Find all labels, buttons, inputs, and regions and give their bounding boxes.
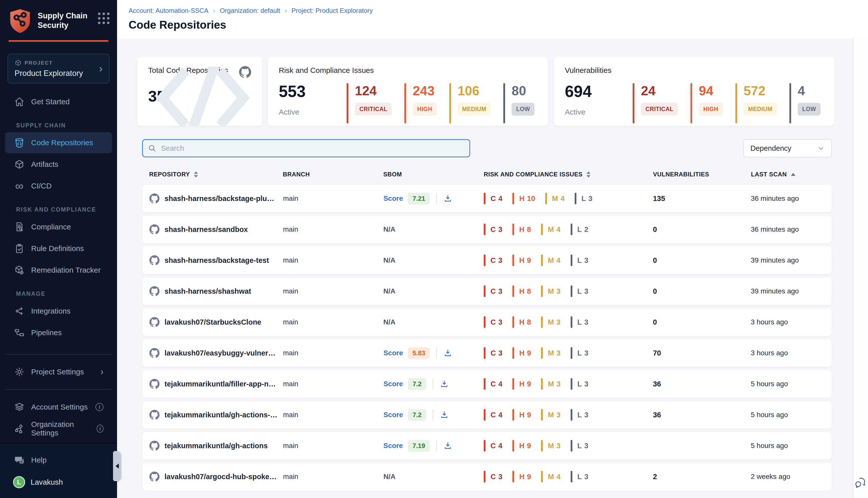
repo-link[interactable]: shash-harness/sandbox bbox=[149, 224, 283, 234]
severity-medium: 106MEDIUM bbox=[449, 83, 491, 123]
search-input[interactable] bbox=[161, 144, 464, 153]
download-sbom-icon[interactable] bbox=[440, 410, 449, 419]
gear-icon bbox=[14, 367, 25, 377]
breadcrumb-account-link[interactable]: Account: Automation-SSCA bbox=[129, 7, 209, 15]
repositories-table: REPOSITORY BRANCH SBOM RISK AND COMPLIAN… bbox=[142, 171, 832, 491]
sbom-score-link[interactable]: Score bbox=[384, 380, 403, 388]
risk-issues-cell: C3H8M4L2 bbox=[484, 224, 653, 235]
table-row[interactable]: lavakush07/argocd-hub-spoke-demomainN/AC… bbox=[142, 462, 832, 491]
table-row[interactable]: lavakush07/StarbucksClonemainN/AC3H8M3L3… bbox=[142, 308, 832, 336]
issue-count-high: H9 bbox=[512, 440, 531, 451]
table-row[interactable]: lavakush07/easybuggy-vulnerable-app...ma… bbox=[142, 339, 832, 367]
table-row[interactable]: shash-harness/shashwatmainN/AC3H8M3L3039… bbox=[142, 277, 832, 305]
repo-link[interactable]: lavakush07/easybuggy-vulnerable-app... bbox=[149, 348, 283, 358]
sidebar-item-get-started[interactable]: Get Started bbox=[5, 91, 112, 112]
table-row[interactable]: tejakummarikuntla/filler-app-nodemainSco… bbox=[142, 370, 832, 398]
sidebar-item-integrations[interactable]: Integrations bbox=[5, 301, 112, 322]
sidebar-item-compliance[interactable]: Compliance bbox=[5, 217, 112, 237]
pipelines-icon bbox=[14, 327, 25, 338]
table-row[interactable]: shash-harness/backstage-pluginsmainScore… bbox=[142, 184, 832, 212]
severity-critical: 124CRITICAL bbox=[347, 83, 392, 123]
user-name: Lavakush bbox=[31, 478, 63, 486]
severity-badge: MEDIUM bbox=[458, 103, 491, 116]
issue-count-critical: C4 bbox=[484, 409, 502, 421]
severity-bar bbox=[404, 83, 406, 123]
severity-badge: HIGH bbox=[413, 103, 437, 116]
repo-link[interactable]: shash-harness/backstage-plugins bbox=[149, 194, 283, 204]
sbom-score-link[interactable]: Score bbox=[384, 349, 403, 357]
github-icon bbox=[149, 472, 160, 482]
branch-cell: main bbox=[283, 225, 384, 233]
sidebar-item-organization-settings[interactable]: Organization Settings i bbox=[5, 418, 112, 439]
table-row[interactable]: shash-harness/backstage-testmainN/AC3H9M… bbox=[142, 246, 832, 274]
repo-link[interactable]: shash-harness/shashwat bbox=[149, 286, 283, 296]
severity-low: 4LOW bbox=[789, 83, 820, 123]
search-box bbox=[142, 139, 470, 157]
repo-link[interactable]: shash-harness/backstage-test bbox=[149, 255, 283, 265]
breadcrumb-project-link[interactable]: Project: Product Exploratory bbox=[292, 7, 373, 15]
support-chat-icon[interactable] bbox=[854, 476, 867, 488]
column-header-last-scan[interactable]: LAST SCAN bbox=[751, 171, 832, 178]
section-risk-and-compliance: RISK AND COMPLIANCE bbox=[16, 206, 117, 213]
sidebar-bottom: ? Help L Lavakush bbox=[0, 443, 117, 498]
user-menu[interactable]: L Lavakush bbox=[5, 473, 112, 491]
sbom-score-link[interactable]: Score bbox=[383, 442, 403, 450]
info-icon[interactable]: i bbox=[97, 424, 104, 433]
download-sbom-icon[interactable] bbox=[443, 194, 452, 203]
severity-value: 24 bbox=[641, 84, 678, 97]
module-grid-icon[interactable] bbox=[98, 13, 109, 24]
divider bbox=[436, 193, 437, 204]
sidebar-item-cicd[interactable]: ∞ CI/CD bbox=[5, 175, 112, 196]
repo-name: tejakummarikuntla/filler-app-node bbox=[164, 380, 278, 388]
issue-count-low: L2 bbox=[571, 224, 588, 235]
table-row[interactable]: tejakummarikuntla/gh-actionsmainScore7.1… bbox=[142, 432, 832, 460]
sidebar-collapse-handle[interactable] bbox=[113, 451, 121, 481]
vulnerabilities-cell: 135 bbox=[653, 195, 751, 203]
info-icon[interactable]: i bbox=[95, 403, 104, 411]
sbom-score-link[interactable]: Score bbox=[384, 411, 403, 419]
column-header-risk-issues[interactable]: RISK AND COMPLIANCE ISSUES bbox=[484, 171, 653, 178]
table-row[interactable]: tejakummarikuntla/gh-actions-artifactsma… bbox=[142, 401, 832, 429]
breadcrumb-separator: › bbox=[213, 6, 215, 15]
sidebar-item-account-settings[interactable]: Account Settings i bbox=[5, 396, 112, 418]
sidebar-item-rule-definitions[interactable]: Rule Definitions bbox=[5, 238, 112, 259]
repo-link[interactable]: lavakush07/argocd-hub-spoke-demo bbox=[149, 472, 283, 482]
sidebar-item-help[interactable]: ? Help bbox=[5, 450, 112, 470]
download-sbom-icon[interactable] bbox=[443, 441, 452, 450]
download-sbom-icon[interactable] bbox=[440, 379, 449, 389]
table-row[interactable]: shash-harness/sandboxmainN/AC3H8M4L2036 … bbox=[142, 215, 832, 244]
home-icon bbox=[14, 96, 25, 107]
breadcrumb-organization-link[interactable]: Organization: default bbox=[220, 7, 280, 15]
supply-chain-security-logo-icon bbox=[9, 9, 32, 34]
issue-count-medium: M3 bbox=[541, 440, 560, 451]
repo-link[interactable]: tejakummarikuntla/gh-actions bbox=[149, 441, 283, 451]
issue-count-medium: M3 bbox=[541, 286, 560, 297]
github-icon bbox=[149, 286, 160, 296]
repo-link[interactable]: tejakummarikuntla/filler-app-node bbox=[149, 379, 283, 389]
sidebar-item-code-repositories[interactable]: Code Repositories bbox=[5, 132, 112, 153]
issue-count-critical: C3 bbox=[484, 254, 502, 266]
column-header-repository[interactable]: REPOSITORY bbox=[149, 171, 283, 178]
branch-cell: main bbox=[283, 256, 384, 264]
chevron-right-icon: › bbox=[99, 64, 103, 74]
sidebar-item-artifacts[interactable]: Artifacts bbox=[5, 154, 112, 175]
sbom-na: N/A bbox=[383, 287, 395, 295]
repo-link[interactable]: tejakummarikuntla/gh-actions-artifacts bbox=[149, 410, 283, 420]
sbom-cell: N/A bbox=[383, 318, 484, 326]
dependency-dropdown[interactable]: Dependency bbox=[744, 139, 832, 157]
sbom-cell: Score7.19 bbox=[383, 440, 484, 452]
project-cube-icon bbox=[15, 59, 22, 66]
download-sbom-icon[interactable] bbox=[443, 349, 452, 357]
sbom-score-link[interactable]: Score bbox=[384, 195, 403, 202]
project-selector[interactable]: PROJECT Product Exploratory › bbox=[8, 54, 109, 83]
right-rail bbox=[853, 38, 868, 498]
repo-link[interactable]: lavakush07/StarbucksClone bbox=[149, 317, 283, 327]
sidebar-item-pipelines[interactable]: Pipelines bbox=[5, 322, 112, 343]
sidebar-item-remediation-tracker[interactable]: Remediation Tracker bbox=[5, 260, 112, 281]
last-scan-cell: 3 hours ago bbox=[751, 349, 831, 357]
table-body: shash-harness/backstage-pluginsmainScore… bbox=[142, 184, 832, 491]
last-scan-cell: 5 hours ago bbox=[751, 380, 831, 388]
severity-medium: 572MEDIUM bbox=[735, 83, 777, 123]
github-icon bbox=[149, 348, 160, 358]
sidebar-item-project-settings[interactable]: Project Settings › bbox=[5, 361, 112, 382]
